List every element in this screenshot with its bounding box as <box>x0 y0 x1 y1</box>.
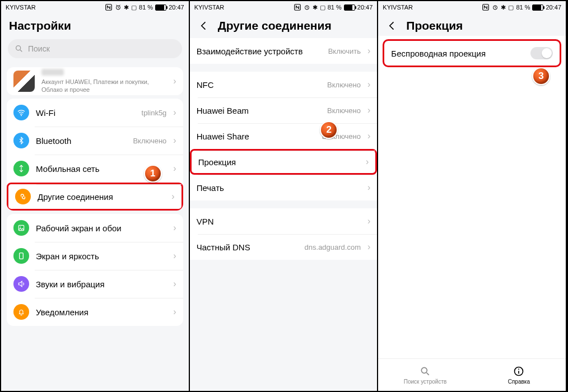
row-print[interactable]: Печать › <box>190 175 378 200</box>
row-vpn[interactable]: VPN › <box>190 208 378 234</box>
value: dns.adguard.com <box>305 243 361 251</box>
row-nfc[interactable]: NFC Включено › <box>190 72 378 97</box>
chevron-right-icon: › <box>173 307 176 317</box>
label: Huawei Beam <box>197 106 320 115</box>
avatar <box>13 71 35 92</box>
battery-icon <box>532 4 543 11</box>
svg-point-13 <box>518 368 519 370</box>
account-desc: Аккаунт HUAWEI, Платежи и покупки, Облак… <box>41 78 166 94</box>
bell-icon <box>13 304 29 320</box>
chevron-right-icon: › <box>367 242 370 252</box>
image-icon <box>13 220 29 236</box>
svg-point-2 <box>16 46 21 50</box>
value: Включено <box>327 106 361 115</box>
bt-icon: ✱ <box>313 4 318 11</box>
chevron-right-icon: › <box>173 251 176 261</box>
nav-help[interactable]: Справка <box>472 359 566 391</box>
battery-text: 81 % <box>328 4 342 11</box>
carrier-label: KYIVSTAR <box>194 4 225 11</box>
display-card: Рабочий экран и обои › Экран и яркость ›… <box>7 214 183 326</box>
row-device-interaction[interactable]: Взаимодействие устройств Включить › <box>190 38 378 64</box>
label: Huawei Share <box>197 132 315 141</box>
row-projection[interactable]: Проекция › <box>190 149 378 175</box>
label: Печать <box>197 183 361 193</box>
chevron-right-icon: › <box>173 223 176 233</box>
title-row: Проекция <box>378 13 566 36</box>
svg-rect-4 <box>18 225 24 230</box>
nfc-icon <box>294 3 301 11</box>
label: NFC <box>197 80 320 90</box>
nav-label: Поиск устройств <box>404 379 447 385</box>
search-input[interactable]: Поиск <box>8 39 182 58</box>
svg-point-3 <box>21 115 22 116</box>
sound-icon <box>13 276 29 292</box>
label: Звуки и вибрация <box>36 279 166 289</box>
value: Включено <box>327 81 361 89</box>
nav-label: Справка <box>508 379 530 385</box>
label: VPN <box>197 217 361 226</box>
chevron-right-icon: › <box>367 46 370 56</box>
label: Wi-Fi <box>36 108 135 118</box>
info-icon <box>513 366 524 377</box>
rotate-icon: ▢ <box>131 4 137 11</box>
row-huawei-beam[interactable]: Huawei Beam Включено › <box>190 97 378 123</box>
label: Беспроводная проекция <box>391 49 524 58</box>
row-sounds[interactable]: Звуки и вибрация › <box>7 270 183 298</box>
value: Включить <box>328 47 361 55</box>
row-other-connections[interactable]: Другие соединения › <box>7 183 183 211</box>
rotate-icon: ▢ <box>320 4 325 11</box>
back-button[interactable] <box>198 20 210 32</box>
clock: 20:47 <box>169 4 184 11</box>
battery-text: 81 % <box>139 4 153 11</box>
brightness-icon <box>13 248 29 264</box>
chevron-right-icon: › <box>173 76 176 86</box>
title-row: Настройки <box>1 13 189 36</box>
label: Проекция <box>198 157 359 167</box>
chevron-right-icon: › <box>367 80 370 90</box>
label: Частный DNS <box>197 242 298 252</box>
row-wireless-projection[interactable]: Беспроводная проекция <box>383 39 561 67</box>
alarm-icon <box>492 4 499 11</box>
chevron-right-icon: › <box>173 108 176 118</box>
page-title: Настройки <box>9 19 71 32</box>
svg-point-11 <box>421 367 427 373</box>
panel-projection: KYIVSTAR ✱ ▢ 81 % 20:47 Проекция Беспров… <box>378 1 567 391</box>
connectivity-card: Wi-Fi tplink5g › Bluetooth Включено › Мо… <box>7 99 183 211</box>
row-private-dns[interactable]: Частный DNS dns.adguard.com › <box>190 234 378 260</box>
account-name-blurred <box>41 69 64 76</box>
value: Включено <box>133 137 166 145</box>
sim-icon <box>13 161 29 176</box>
chevron-right-icon: › <box>173 136 176 146</box>
row-notifications[interactable]: Уведомления › <box>7 298 183 326</box>
row-home-wallpaper[interactable]: Рабочий экран и обои › <box>7 214 183 242</box>
battery-icon <box>155 4 166 11</box>
label: Bluetooth <box>36 136 126 146</box>
chevron-right-icon: › <box>173 279 176 289</box>
row-display-brightness[interactable]: Экран и яркость › <box>7 242 183 270</box>
row-huawei-share[interactable]: Huawei Share Выключено › <box>190 123 378 149</box>
chevron-right-icon: › <box>173 164 176 174</box>
battery-icon <box>344 4 355 11</box>
carrier-label: KYIVSTAR <box>6 4 36 11</box>
account-card[interactable]: Аккаунт HUAWEI, Платежи и покупки, Облак… <box>7 67 183 95</box>
search-icon <box>15 44 24 53</box>
row-bluetooth[interactable]: Bluetooth Включено › <box>7 127 183 155</box>
label: Рабочий экран и обои <box>36 223 166 233</box>
toggle-wireless-projection[interactable] <box>530 47 553 59</box>
bt-icon: ✱ <box>124 4 129 11</box>
search-placeholder: Поиск <box>28 44 50 53</box>
nav-search-devices[interactable]: Поиск устройств <box>378 359 472 391</box>
link-icon <box>15 189 31 204</box>
row-wifi[interactable]: Wi-Fi tplink5g › <box>7 99 183 127</box>
rotate-icon: ▢ <box>508 4 514 11</box>
status-bar: KYIVSTAR ✱ ▢ 81 % 20:47 <box>378 1 566 13</box>
svg-point-5 <box>20 226 21 227</box>
nfc-icon <box>105 3 113 11</box>
back-button[interactable] <box>386 20 398 32</box>
chevron-right-icon: › <box>367 105 370 115</box>
alarm-icon <box>115 4 122 11</box>
title-row: Другие соединения <box>190 13 378 36</box>
panel-settings: KYIVSTAR ✱ ▢ 81 % 20:47 Настройки Поиск … <box>1 1 190 391</box>
panel-other-connections: KYIVSTAR ✱ ▢ 81 % 20:47 Другие соединени… <box>190 1 379 391</box>
chevron-right-icon: › <box>367 131 370 141</box>
